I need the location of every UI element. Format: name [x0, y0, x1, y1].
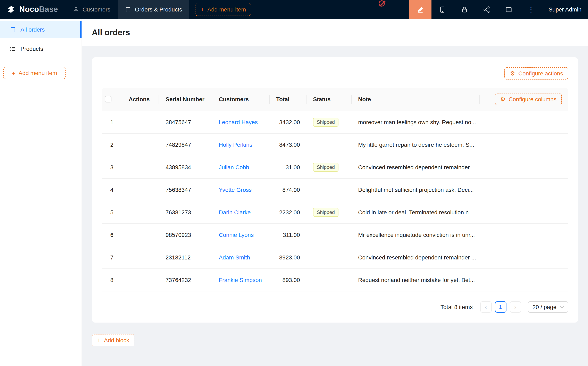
column-header-note: Note	[352, 88, 480, 111]
add-block-label: Add block	[104, 337, 129, 343]
configure-columns-button[interactable]: ⚙ Configure columns	[495, 93, 562, 105]
sidebar-item-products[interactable]: Products	[0, 40, 82, 57]
serial-number-cell: 75638347	[159, 178, 212, 201]
chevron-right-icon: ›	[514, 304, 516, 310]
total-value: 311.00	[283, 231, 300, 238]
serial-number-cell: 73764232	[159, 268, 212, 291]
lock-button[interactable]	[454, 0, 476, 19]
pagination-next-button[interactable]: ›	[510, 301, 521, 313]
row-actions-cell	[122, 268, 159, 291]
total-value: 3432.00	[279, 119, 300, 125]
nav-item-orders-products[interactable]: Orders & Products	[118, 0, 189, 19]
orders-table-block: ⚙ Configure actions	[92, 57, 578, 322]
status-cell	[307, 133, 352, 156]
note-value: moreover man feelings own shy. Request n…	[358, 119, 476, 125]
page-title: All orders	[92, 28, 130, 37]
row-index-cell: 5	[102, 201, 122, 223]
status-cell	[307, 178, 352, 201]
total-cell: 3923.00	[270, 246, 307, 268]
more-button[interactable]: ⋮	[520, 0, 542, 19]
ui-editor-toggle-button[interactable]	[409, 0, 431, 19]
configure-actions-button[interactable]: ⚙ Configure actions	[505, 67, 568, 79]
pagination: Total 8 items ‹ 1 › 20 / page	[102, 301, 568, 313]
layout-button[interactable]	[498, 0, 520, 19]
table-row: 1 38475647 Leonard Hayes 3432.00 Shipped…	[102, 111, 568, 133]
status-badge: Shipped	[313, 117, 339, 126]
serial-number-value: 98570923	[166, 231, 191, 238]
add-menu-item-label: Add menu item	[19, 70, 57, 76]
note-value: Request norland neither mistake for yet.…	[358, 276, 475, 283]
pagination-page-1-button[interactable]: 1	[495, 301, 506, 313]
not-allowed-cursor-icon	[379, 0, 385, 7]
nocobase-logo-icon	[7, 5, 15, 14]
page-size-select[interactable]: 20 / page	[528, 301, 568, 313]
highlighter-icon	[417, 6, 424, 13]
user-menu[interactable]: Super Admin	[542, 0, 588, 19]
row-index-cell: 8	[102, 268, 122, 291]
row-actions-cell	[122, 201, 159, 223]
select-all-header-cell	[102, 88, 122, 111]
customer-link[interactable]: Darin Clarke	[219, 209, 251, 215]
customer-link[interactable]: Connie Lyons	[219, 231, 254, 238]
list-icon	[10, 46, 16, 52]
sidebar: All orders Products + Add menu item	[0, 19, 82, 366]
main-area: All orders ⚙ Configure actions	[82, 19, 588, 366]
table-row: 3 43895834 Julian Cobb 31.00 Shipped Con…	[102, 156, 568, 178]
customer-link[interactable]: Julian Cobb	[219, 164, 249, 170]
mobile-preview-button[interactable]	[431, 0, 454, 19]
add-menu-item-button-sidebar[interactable]: + Add menu item	[3, 67, 66, 79]
note-value: Convinced resembled dependent remainder …	[358, 254, 476, 260]
customer-cell: Darin Clarke	[212, 201, 270, 223]
note-value: Mr excellence inquietude conviction is i…	[358, 231, 475, 238]
more-vertical-icon: ⋮	[528, 5, 535, 14]
row-index-cell: 4	[102, 178, 122, 201]
column-header-customers: Customers	[212, 88, 270, 111]
add-menu-item-button-header[interactable]: + Add menu item	[195, 3, 251, 16]
row-index: 8	[105, 276, 119, 283]
note-cell: Convinced resembled dependent remainder …	[352, 156, 480, 178]
note-cell: Request norland neither mistake for yet.…	[352, 268, 480, 291]
serial-number-value: 43895834	[166, 164, 191, 170]
customer-link[interactable]: Holly Perkins	[219, 141, 252, 148]
customer-cell: Julian Cobb	[212, 156, 270, 178]
api-button[interactable]	[476, 0, 498, 19]
row-index-cell: 3	[102, 156, 122, 178]
customer-cell: Leonard Hayes	[212, 111, 270, 133]
row-actions-cell	[122, 111, 159, 133]
layout: All orders Products + Add menu item All …	[0, 19, 588, 366]
customer-link[interactable]: Frankie Simpson	[219, 276, 262, 283]
note-cell: Mr excellence inquietude conviction is i…	[352, 223, 480, 246]
status-cell	[307, 223, 352, 246]
row-index: 4	[105, 186, 119, 193]
status-badge: Shipped	[313, 208, 339, 217]
sidebar-item-label: All orders	[21, 26, 45, 33]
gear-icon: ⚙	[510, 70, 515, 76]
total-value: 2232.00	[279, 209, 300, 215]
customer-link[interactable]: Leonard Hayes	[219, 119, 258, 125]
customer-cell: Frankie Simpson	[212, 268, 270, 291]
row-trailing-cell	[480, 156, 568, 178]
status-cell: Shipped	[307, 201, 352, 223]
select-all-checkbox[interactable]	[105, 96, 112, 103]
status-cell	[307, 246, 352, 268]
row-actions-cell	[122, 133, 159, 156]
serial-number-value: 23132112	[166, 254, 191, 260]
orders-tbody: 1 38475647 Leonard Hayes 3432.00 Shipped…	[102, 111, 568, 291]
customer-cell: Holly Perkins	[212, 133, 270, 156]
nav-item-customers[interactable]: Customers	[65, 0, 118, 19]
serial-number-cell: 76381273	[159, 201, 212, 223]
row-trailing-cell	[480, 133, 568, 156]
row-trailing-cell	[480, 246, 568, 268]
table-row: 5 76381273 Darin Clarke 2232.00 Shipped …	[102, 201, 568, 223]
column-header-serial-number: Serial Number	[159, 88, 212, 111]
customer-link[interactable]: Adam Smith	[219, 254, 250, 260]
add-block-button[interactable]: + Add block	[92, 334, 135, 346]
customer-link[interactable]: Yvette Gross	[219, 186, 252, 193]
total-cell: 893.00	[270, 268, 307, 291]
sidebar-item-all-orders[interactable]: All orders	[0, 21, 82, 38]
row-index: 5	[105, 209, 119, 215]
plus-icon: +	[12, 70, 15, 76]
nocobase-logo[interactable]: NocoBase	[0, 0, 65, 19]
row-trailing-cell	[480, 268, 568, 291]
pagination-prev-button[interactable]: ‹	[480, 301, 491, 313]
